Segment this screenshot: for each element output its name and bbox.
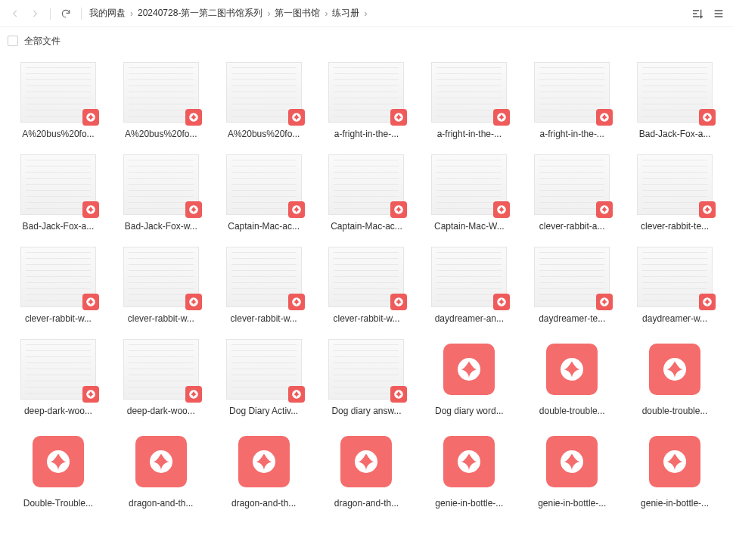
- pdf-icon: [188, 297, 199, 307]
- file-item[interactable]: Dog diary word...: [424, 339, 514, 416]
- file-name: clever-rabbit-w...: [333, 313, 399, 324]
- file-item[interactable]: double-trouble...: [526, 339, 617, 416]
- file-thumbnail: [431, 62, 507, 123]
- file-name: Captain-Mac-ac...: [228, 221, 300, 232]
- file-item[interactable]: clever-rabbit-w...: [13, 247, 104, 324]
- chevron-right-icon: ›: [130, 8, 133, 19]
- file-name: Dog diary answ...: [331, 406, 401, 416]
- pdf-icon: [291, 204, 302, 215]
- file-item[interactable]: A%20bus%20fo...: [13, 62, 104, 139]
- pdf-file-icon: [649, 436, 700, 487]
- file-item[interactable]: Dog diary answ...: [321, 339, 412, 416]
- view-list-button[interactable]: [712, 7, 725, 20]
- file-name: Bad-Jack-Fox-w...: [125, 221, 197, 232]
- file-name: clever-rabbit-w...: [25, 313, 92, 324]
- breadcrumb-root[interactable]: 我的网盘: [89, 7, 126, 20]
- file-item[interactable]: Dog Diary Activ...: [219, 339, 309, 416]
- select-all-checkbox[interactable]: [8, 36, 18, 46]
- file-item[interactable]: daydreamer-te...: [526, 247, 617, 324]
- pdf-badge: [185, 201, 202, 218]
- file-item[interactable]: clever-rabbit-te...: [629, 154, 720, 232]
- file-item[interactable]: Bad-Jack-Fox-w...: [116, 154, 207, 232]
- file-item[interactable]: Bad-Jack-Fox-a...: [13, 154, 104, 232]
- file-thumbnail: [637, 339, 713, 400]
- nav-forward-button[interactable]: [27, 6, 42, 21]
- file-item[interactable]: daydreamer-an...: [424, 247, 514, 324]
- file-item[interactable]: Double-Trouble...: [13, 431, 104, 509]
- file-thumbnail: [534, 339, 610, 400]
- file-item[interactable]: deep-dark-woo...: [13, 339, 104, 416]
- pdf-icon: [85, 389, 96, 400]
- pdf-file-icon: [649, 344, 700, 395]
- file-item[interactable]: dragon-and-th...: [116, 431, 207, 509]
- file-item[interactable]: genie-in-bottle-...: [526, 431, 617, 509]
- file-item[interactable]: double-trouble...: [629, 339, 720, 416]
- file-thumbnail: [226, 154, 302, 215]
- separator: [81, 8, 82, 20]
- file-name: dragon-and-th...: [129, 498, 193, 509]
- pdf-icon: [291, 389, 302, 400]
- file-item[interactable]: dragon-and-th...: [321, 431, 412, 509]
- file-name: a-fright-in-the-...: [437, 129, 502, 139]
- file-item[interactable]: a-fright-in-the-...: [321, 62, 412, 139]
- file-item[interactable]: A%20bus%20fo...: [116, 62, 207, 139]
- chevron-right-icon: ›: [325, 8, 328, 19]
- file-name: clever-rabbit-w...: [128, 313, 194, 324]
- file-item[interactable]: Captain-Mac-ac...: [321, 154, 412, 232]
- file-item[interactable]: clever-rabbit-w...: [116, 247, 207, 324]
- list-icon: [713, 8, 725, 20]
- pdf-badge: [390, 201, 407, 218]
- file-item[interactable]: Captain-Mac-ac...: [219, 154, 309, 232]
- pdf-badge: [596, 294, 613, 310]
- pdf-badge: [288, 294, 305, 310]
- file-item[interactable]: genie-in-bottle-...: [629, 431, 720, 509]
- pdf-badge: [699, 294, 716, 310]
- file-name: Captain-Mac-ac...: [331, 221, 402, 232]
- breadcrumb-item[interactable]: 第一图书馆: [275, 7, 320, 20]
- pdf-badge: [493, 109, 510, 126]
- file-item[interactable]: a-fright-in-the-...: [526, 62, 617, 139]
- chevron-right-icon: [30, 8, 40, 19]
- file-thumbnail: [123, 339, 199, 400]
- file-thumbnail: [328, 247, 404, 307]
- file-item[interactable]: clever-rabbit-w...: [321, 247, 412, 324]
- pdf-file-icon: [340, 436, 392, 487]
- file-name: clever-rabbit-te...: [641, 221, 709, 232]
- file-item[interactable]: a-fright-in-the-...: [424, 62, 514, 139]
- file-name: Dog diary word...: [435, 406, 504, 416]
- refresh-button[interactable]: [58, 6, 73, 21]
- pdf-badge: [185, 386, 202, 403]
- pdf-icon: [702, 112, 713, 123]
- file-item[interactable]: deep-dark-woo...: [116, 339, 207, 416]
- pdf-badge: [699, 201, 716, 218]
- file-thumbnail: [226, 247, 302, 307]
- file-thumbnail: [328, 431, 404, 492]
- file-item[interactable]: Bad-Jack-Fox-a...: [629, 62, 720, 139]
- pdf-badge: [699, 109, 716, 126]
- pdf-file-icon: [135, 436, 187, 487]
- file-item[interactable]: dragon-and-th...: [219, 431, 309, 509]
- pdf-file-icon: [443, 344, 495, 395]
- pdf-badge: [288, 201, 305, 218]
- file-thumbnail: [534, 431, 610, 492]
- pdf-icon: [496, 112, 507, 123]
- file-thumbnail: [20, 431, 96, 492]
- file-thumbnail: [431, 339, 507, 400]
- file-item[interactable]: A%20bus%20fo...: [219, 62, 309, 139]
- file-item[interactable]: clever-rabbit-a...: [526, 154, 617, 232]
- file-item[interactable]: Captain-Mac-W...: [424, 154, 514, 232]
- breadcrumb-item[interactable]: 20240728-第一第二图书馆系列: [138, 7, 262, 20]
- file-item[interactable]: clever-rabbit-w...: [219, 247, 309, 324]
- file-name: daydreamer-w...: [642, 313, 707, 324]
- pdf-icon: [455, 356, 483, 383]
- sort-button[interactable]: [691, 7, 704, 20]
- pdf-icon: [45, 448, 72, 475]
- nav-back-button[interactable]: [8, 6, 23, 21]
- file-name: A%20bus%20fo...: [228, 129, 300, 139]
- file-name: genie-in-bottle-...: [435, 498, 503, 509]
- file-item[interactable]: daydreamer-w...: [629, 247, 720, 324]
- pdf-badge: [82, 386, 99, 403]
- file-item[interactable]: genie-in-bottle-...: [424, 431, 514, 509]
- sort-icon: [691, 8, 703, 20]
- breadcrumb-current[interactable]: 练习册: [332, 7, 359, 20]
